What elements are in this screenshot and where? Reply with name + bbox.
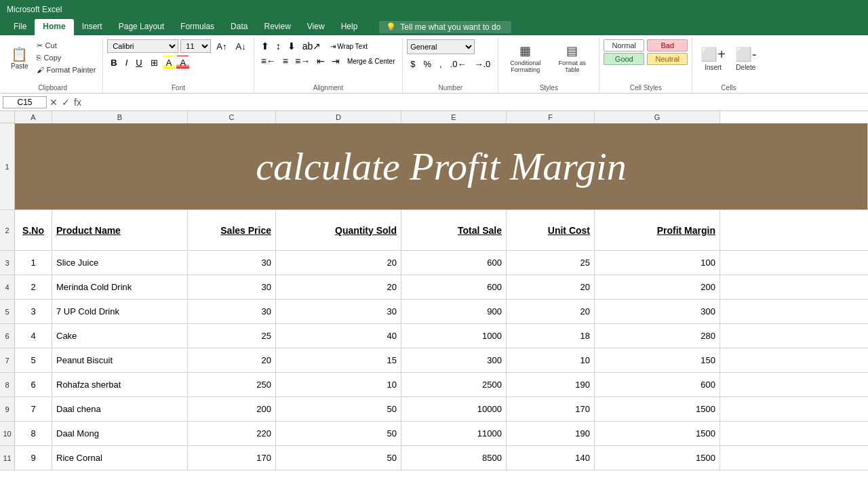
decrease-indent-button[interactable]: ⇤ (314, 54, 328, 68)
cell-total-4[interactable]: 300 (401, 348, 507, 372)
formula-input[interactable] (84, 97, 865, 108)
help-text-input[interactable]: Tell me what you want to do (400, 22, 500, 32)
cut-button[interactable]: ✂ Cut (34, 39, 99, 52)
align-center-button[interactable]: ≡ (280, 54, 291, 68)
cell-sno-0[interactable]: 1 (15, 251, 52, 274)
cell-qty-6[interactable]: 50 (276, 397, 401, 421)
normal-style-button[interactable]: Normal (604, 39, 644, 52)
cell-profit-5[interactable]: 600 (595, 373, 720, 396)
cell-total-1[interactable]: 600 (401, 275, 507, 299)
tab-data[interactable]: Data (222, 19, 256, 35)
cell-sno-7[interactable]: 8 (15, 422, 52, 445)
cell-unit-4[interactable]: 10 (507, 348, 595, 372)
fill-color-button[interactable]: A (163, 56, 176, 69)
cell-product-0[interactable]: Slice Juice (52, 251, 188, 274)
underline-button[interactable]: U (132, 56, 145, 69)
cell-total-7[interactable]: 11000 (401, 422, 507, 445)
align-middle-button[interactable]: ↕ (273, 39, 283, 53)
bold-button[interactable]: B (107, 56, 120, 69)
format-as-table-button[interactable]: ▤ Format as Table (549, 39, 595, 77)
copy-button[interactable]: ⎘ Copy (34, 52, 99, 64)
good-style-button[interactable]: Good (604, 53, 644, 65)
increase-decimal-button[interactable]: →.0 (471, 57, 494, 70)
cell-sales-5[interactable]: 250 (188, 373, 276, 396)
cell-total-5[interactable]: 2500 (401, 373, 507, 396)
font-family-select[interactable]: Calibri (107, 39, 178, 53)
cell-sales-0[interactable]: 30 (188, 251, 276, 274)
orientation-button[interactable]: ab↗ (300, 39, 324, 53)
neutral-style-button[interactable]: Neutral (647, 53, 688, 65)
cell-qty-8[interactable]: 50 (276, 446, 401, 470)
cell-profit-3[interactable]: 280 (595, 324, 720, 348)
delete-button[interactable]: ⬜- Delete (731, 39, 761, 77)
decrease-decimal-button[interactable]: .0← (447, 57, 470, 70)
cell-sales-1[interactable]: 30 (188, 275, 276, 299)
cell-profit-0[interactable]: 100 (595, 251, 720, 274)
cell-sales-2[interactable]: 30 (188, 300, 276, 323)
decrease-font-button[interactable]: A↓ (233, 39, 250, 53)
increase-font-button[interactable]: A↑ (213, 39, 230, 53)
tab-insert[interactable]: Insert (74, 19, 111, 35)
tab-home[interactable]: Home (35, 19, 73, 35)
bad-style-button[interactable]: Bad (647, 39, 688, 52)
cell-sales-4[interactable]: 20 (188, 348, 276, 372)
cell-profit-2[interactable]: 300 (595, 300, 720, 323)
cell-sno-1[interactable]: 2 (15, 275, 52, 299)
header-qty[interactable]: Quantity Sold (276, 210, 401, 250)
tab-help[interactable]: Help (333, 19, 366, 35)
cell-sales-8[interactable]: 170 (188, 446, 276, 470)
wrap-text-button[interactable]: ⇥ Wrap Text (325, 39, 372, 53)
cell-sno-5[interactable]: 6 (15, 373, 52, 396)
conditional-formatting-button[interactable]: ▦ Conditional Formatting (502, 39, 548, 77)
cell-total-6[interactable]: 10000 (401, 397, 507, 421)
cell-reference-input[interactable] (3, 96, 47, 108)
cell-total-0[interactable]: 600 (401, 251, 507, 274)
align-bottom-button[interactable]: ⬇ (285, 39, 298, 53)
insert-button[interactable]: ⬜+ Insert (696, 39, 730, 77)
cell-profit-1[interactable]: 200 (595, 275, 720, 299)
paste-button[interactable]: 📋 Paste (7, 39, 33, 77)
tab-review[interactable]: Review (256, 19, 298, 35)
cell-product-2[interactable]: 7 UP Cold Drink (52, 300, 188, 323)
cell-unit-8[interactable]: 140 (507, 446, 595, 470)
cell-sno-4[interactable]: 5 (15, 348, 52, 372)
cell-sno-6[interactable]: 7 (15, 397, 52, 421)
header-profit[interactable]: Profit Margin (595, 210, 720, 250)
cell-unit-3[interactable]: 18 (507, 324, 595, 348)
cell-qty-7[interactable]: 50 (276, 422, 401, 445)
tab-view[interactable]: View (299, 19, 333, 35)
cell-qty-4[interactable]: 15 (276, 348, 401, 372)
cell-sales-6[interactable]: 200 (188, 397, 276, 421)
confirm-formula-icon[interactable]: ✓ (62, 97, 70, 108)
cell-profit-4[interactable]: 150 (595, 348, 720, 372)
percent-button[interactable]: % (420, 57, 435, 70)
cell-qty-2[interactable]: 30 (276, 300, 401, 323)
align-top-button[interactable]: ⬆ (258, 39, 272, 53)
header-sales[interactable]: Sales Price (188, 210, 276, 250)
cell-sno-2[interactable]: 3 (15, 300, 52, 323)
cell-sales-3[interactable]: 25 (188, 324, 276, 348)
cell-unit-5[interactable]: 190 (507, 373, 595, 396)
align-right-button[interactable]: ≡→ (292, 54, 313, 68)
cell-product-1[interactable]: Merinda Cold Drink (52, 275, 188, 299)
comma-button[interactable]: , (436, 57, 446, 70)
number-format-select[interactable]: General (407, 39, 475, 54)
cancel-formula-icon[interactable]: ✕ (50, 97, 58, 108)
cell-product-4[interactable]: Peanut Biscuit (52, 348, 188, 372)
font-color-button[interactable]: A (176, 56, 189, 69)
cell-unit-6[interactable]: 170 (507, 397, 595, 421)
cell-product-3[interactable]: Cake (52, 324, 188, 348)
currency-button[interactable]: $ (407, 57, 418, 70)
cell-sno-8[interactable]: 9 (15, 446, 52, 470)
header-total[interactable]: Total Sale (401, 210, 507, 250)
cell-sno-3[interactable]: 4 (15, 324, 52, 348)
header-sno[interactable]: S.No (15, 210, 52, 250)
cell-qty-1[interactable]: 20 (276, 275, 401, 299)
tab-page-layout[interactable]: Page Layout (111, 19, 172, 35)
cell-product-7[interactable]: Daal Mong (52, 422, 188, 445)
align-left-button[interactable]: ≡← (258, 54, 279, 68)
merge-center-button[interactable]: Merge & Center (344, 54, 398, 68)
cell-unit-0[interactable]: 25 (507, 251, 595, 274)
cell-total-3[interactable]: 1000 (401, 324, 507, 348)
cell-unit-7[interactable]: 190 (507, 422, 595, 445)
